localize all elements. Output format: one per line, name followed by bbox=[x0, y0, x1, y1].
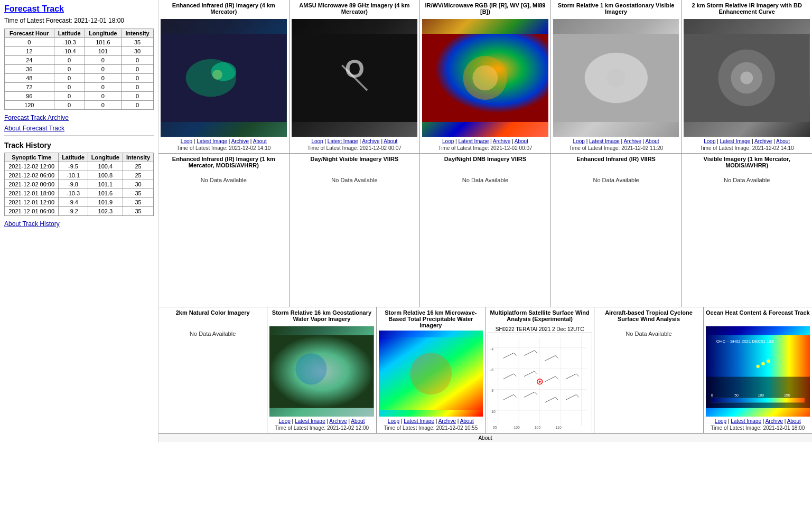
svg-point-18 bbox=[296, 353, 327, 384]
cell-wv16: Storm Relative 16 km Geostationary Water… bbox=[267, 307, 376, 433]
wv16-latest[interactable]: Latest Image bbox=[295, 418, 325, 424]
track-row: 2021-12-01 06:00-9.2102.335 bbox=[5, 207, 154, 216]
vis-viirs-nodata: No Data Available bbox=[292, 173, 418, 187]
ir2km-latest[interactable]: Latest Image bbox=[720, 138, 751, 144]
cell-vis-viirs: Day/Night Visible Imagery VIIRS No Data … bbox=[290, 154, 421, 307]
vis1km-about[interactable]: About bbox=[645, 138, 659, 144]
forecast-row: 36000 bbox=[5, 65, 154, 74]
svg-text:100: 100 bbox=[758, 393, 764, 397]
vis1km-modis-nodata: No Data Available bbox=[684, 173, 810, 187]
svg-text:0: 0 bbox=[711, 393, 713, 397]
amsu-archive[interactable]: Archive bbox=[362, 138, 379, 144]
svg-text:100: 100 bbox=[514, 426, 520, 429]
wv16-links: Loop | Latest Image | Archive | About bbox=[269, 418, 374, 424]
svg-point-70 bbox=[767, 360, 770, 363]
track-row: 2021-12-01 18:00-10.3101.635 bbox=[5, 189, 154, 198]
wv16-image bbox=[269, 326, 374, 417]
vis1km-archive[interactable]: Archive bbox=[623, 138, 641, 144]
vis1km-title: Storm Relative 1 km Geostationary Visibl… bbox=[553, 2, 679, 17]
svg-text:OHC – SH02 2021 DEC01 18Z: OHC – SH02 2021 DEC01 18Z bbox=[716, 339, 773, 344]
forecast-row: 72000 bbox=[5, 83, 154, 92]
amsu-about[interactable]: About bbox=[384, 138, 397, 144]
tpw-title: Storm Relative 16 km Microwave-Based Tot… bbox=[379, 309, 483, 328]
ohc-archive[interactable]: Archive bbox=[766, 418, 783, 424]
natural-nodata: No Data Available bbox=[161, 326, 265, 341]
forecast-col-intensity: Intensity bbox=[122, 29, 154, 38]
ir1km-latest[interactable]: Latest Image bbox=[197, 138, 227, 144]
svg-point-71 bbox=[761, 362, 764, 365]
ir1km-links: Loop | Latest Image | Archive | About bbox=[161, 138, 287, 144]
tpw-latest[interactable]: Latest Image bbox=[404, 418, 434, 424]
cell-ir2km: 2 km Storm Relative IR Imagery with BD E… bbox=[682, 0, 812, 153]
natural-title: 2km Natural Color Imagery bbox=[161, 309, 265, 324]
svg-point-3 bbox=[212, 70, 222, 80]
tpw-archive[interactable]: Archive bbox=[438, 418, 456, 424]
footer: About bbox=[158, 433, 812, 442]
ir1km-time: Time of Latest Image: 2021-12-02 14:10 bbox=[161, 145, 287, 151]
ohc-links: Loop | Latest Image | Archive | About bbox=[706, 418, 810, 424]
forecast-row: 48000 bbox=[5, 74, 154, 83]
irwv-title: IR/WV/Microwave RGB (IR [R], WV [G], MI8… bbox=[422, 2, 548, 17]
vis1km-image bbox=[553, 19, 679, 137]
ir2km-image bbox=[684, 19, 810, 137]
wind-title: Multiplatform Satellite Surface Wind Ana… bbox=[488, 309, 592, 324]
ohc-time: Time of Latest Image: 2021-12-01 18:00 bbox=[706, 425, 810, 431]
track-history-table: Synoptic Time Latitude Longitude Intensi… bbox=[4, 153, 154, 216]
amsu-loop[interactable]: Loop bbox=[311, 138, 323, 144]
svg-text:95: 95 bbox=[493, 426, 497, 429]
ohc-title: Ocean Heat Content & Forecast Track bbox=[706, 309, 810, 324]
svg-text:-4: -4 bbox=[490, 347, 493, 351]
cell-amsu: AMSU Microwave 89 GHz Imagery (4 km Merc… bbox=[290, 0, 421, 153]
wv16-about[interactable]: About bbox=[351, 418, 365, 424]
ir1km-archive[interactable]: Archive bbox=[231, 138, 249, 144]
sidebar: Forecast Track Time of Latest Forecast: … bbox=[0, 0, 158, 442]
main-content: Enhanced Infrared (IR) Imagery (4 km Mer… bbox=[158, 0, 812, 442]
svg-text:110: 110 bbox=[555, 426, 562, 429]
track-row: 2021-12-01 12:00-9.4101.935 bbox=[5, 198, 154, 207]
forecast-col-lon: Longitude bbox=[85, 29, 122, 38]
vis1km-loop[interactable]: Loop bbox=[573, 138, 585, 144]
ohc-image: 0 50 100 150 OHC – SH02 2021 DEC01 18Z bbox=[706, 326, 810, 417]
ir1km-about[interactable]: About bbox=[253, 138, 267, 144]
track-col-lon: Longitude bbox=[88, 153, 123, 162]
forecast-archive-link[interactable]: Forecast Track Archive bbox=[4, 114, 154, 121]
tpw-loop[interactable]: Loop bbox=[388, 418, 399, 424]
svg-rect-65 bbox=[711, 398, 805, 403]
forecast-col-hour: Forecast Hour bbox=[5, 29, 54, 38]
svg-point-54 bbox=[539, 381, 541, 383]
irwv-archive[interactable]: Archive bbox=[493, 138, 510, 144]
cell-ir1km: Enhanced Infrared (IR) Imagery (4 km Mer… bbox=[158, 0, 290, 153]
vis1km-latest[interactable]: Latest Image bbox=[589, 138, 620, 144]
ir2km-loop[interactable]: Loop bbox=[704, 138, 715, 144]
aircraft-wind-title: Aircraft-based Tropical Cyclone Surface … bbox=[596, 309, 701, 324]
track-history-title: Track History bbox=[4, 141, 154, 149]
about-forecast-link[interactable]: About Forecast Track bbox=[4, 125, 154, 132]
irwv-about[interactable]: About bbox=[515, 138, 528, 144]
irwv-latest[interactable]: Latest Image bbox=[458, 138, 489, 144]
cell-irwv: IR/WV/Microwave RGB (IR [R], WV [G], MI8… bbox=[420, 0, 551, 153]
about-track-link[interactable]: About Track History bbox=[4, 220, 154, 228]
forecast-track-title[interactable]: Forecast Track bbox=[4, 4, 154, 14]
tpw-about[interactable]: About bbox=[460, 418, 474, 424]
irwv-loop[interactable]: Loop bbox=[442, 138, 454, 144]
ohc-latest[interactable]: Latest Image bbox=[731, 418, 761, 424]
wv16-loop[interactable]: Loop bbox=[279, 418, 291, 424]
tpw-image bbox=[379, 331, 483, 417]
ir2km-archive[interactable]: Archive bbox=[754, 138, 772, 144]
tpw-time: Time of Latest Image: 2021-12-02 10:55 bbox=[379, 425, 483, 431]
ir2km-about[interactable]: About bbox=[776, 138, 790, 144]
forecast-row: 0-10.3101.635 bbox=[5, 38, 154, 47]
svg-point-72 bbox=[756, 365, 759, 368]
footer-about-link[interactable]: About bbox=[478, 435, 492, 441]
amsu-latest[interactable]: Latest Image bbox=[328, 138, 358, 144]
ir1km-loop[interactable]: Loop bbox=[181, 138, 192, 144]
ohc-about[interactable]: About bbox=[787, 418, 801, 424]
wv16-archive[interactable]: Archive bbox=[329, 418, 347, 424]
aircraft-wind-nodata: No Data Available bbox=[596, 326, 701, 341]
ohc-loop[interactable]: Loop bbox=[715, 418, 726, 424]
svg-point-16 bbox=[741, 72, 753, 84]
cell-wind: Multiplatform Satellite Surface Wind Ana… bbox=[486, 307, 594, 433]
wv16-title: Storm Relative 16 km Geostationary Water… bbox=[269, 309, 374, 324]
svg-text:105: 105 bbox=[535, 426, 541, 429]
ir-viirs-nodata: No Data Available bbox=[553, 173, 679, 187]
